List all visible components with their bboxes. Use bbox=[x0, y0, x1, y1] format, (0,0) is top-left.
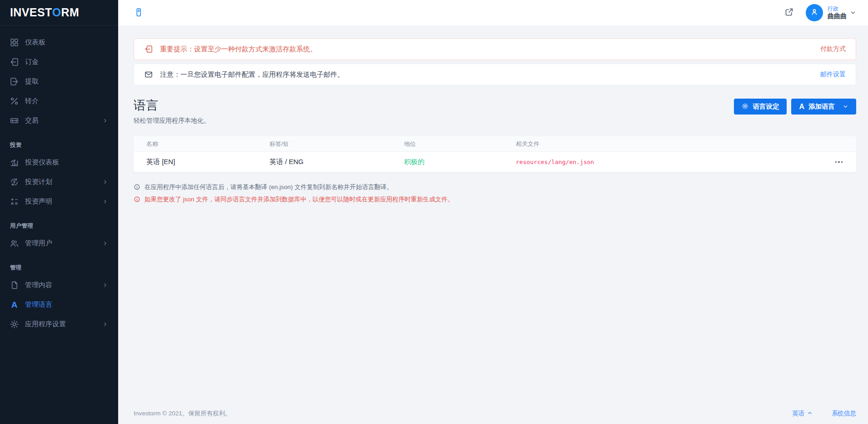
sidebar-item-app-settings[interactable]: 应用程序设置 bbox=[0, 314, 118, 334]
note-text: 如果您更改了 json 文件，请同步语言文件并添加到数据库中，以便您可以随时或在… bbox=[145, 195, 454, 204]
sidebar-item-referrals[interactable]: 转介 bbox=[0, 91, 118, 111]
deposit-alert-icon bbox=[144, 45, 153, 54]
add-language-button[interactable]: A 添加语言 bbox=[791, 99, 856, 115]
payment-methods-link[interactable]: 付款方式 bbox=[820, 45, 846, 53]
language-settings-button[interactable]: 语言设定 bbox=[734, 99, 787, 115]
table-header-file: 相关文件 bbox=[516, 140, 823, 148]
user-role: 行政 bbox=[828, 5, 847, 12]
note-item: 如果您更改了 json 文件，请同步语言文件并添加到数据库中，以便您可以随时或在… bbox=[134, 195, 856, 204]
info-circle-icon bbox=[134, 184, 140, 190]
alert-warning-text: 重要提示：设置至少一种付款方式来激活存款系统。 bbox=[160, 45, 317, 54]
language-name-cell: 英语 [EN] bbox=[146, 158, 269, 166]
brand-logo[interactable]: INVESTORM bbox=[0, 0, 118, 25]
footer-links: 英语 系统信息 bbox=[792, 409, 856, 418]
external-link-icon bbox=[784, 7, 794, 18]
email-settings-link[interactable]: 邮件设置 bbox=[820, 70, 846, 79]
note-text: 在应用程序中添加任何语言后，请将基本翻译 (en.json) 文件复制到新名称并… bbox=[145, 183, 393, 191]
dashboard-grid-icon bbox=[9, 37, 20, 48]
top-bar: 行政 曲曲曲 bbox=[118, 0, 868, 25]
investment-plan-icon: $ bbox=[9, 177, 20, 187]
user-icon bbox=[810, 7, 819, 18]
chevron-down-icon[interactable] bbox=[843, 104, 848, 110]
sidebar-item-manage-content[interactable]: 管理内容 bbox=[0, 275, 118, 295]
page-header: 语言 轻松管理应用程序本地化。 语言设定 A 添加语言 bbox=[134, 97, 856, 125]
mobile-view-button[interactable] bbox=[134, 7, 144, 19]
sidebar-item-transactions[interactable]: 交易 bbox=[0, 111, 118, 130]
sidebar-item-label: 订金 bbox=[25, 58, 39, 66]
table-header-status: 地位 bbox=[404, 140, 516, 148]
language-settings-label: 语言设定 bbox=[753, 102, 779, 111]
sidebar-nav: 仪表板 订金 提取 转介 bbox=[0, 25, 118, 334]
sidebar: INVESTORM 仪表板 订金 提取 bbox=[0, 0, 118, 424]
statement-icon bbox=[9, 196, 20, 207]
sidebar-item-label: 管理语言 bbox=[25, 300, 52, 309]
alert-payment-warning: 重要提示：设置至少一种付款方式来激活存款系统。 付款方式 bbox=[134, 38, 856, 60]
percent-icon bbox=[9, 96, 20, 106]
info-circle-icon bbox=[134, 196, 140, 203]
sidebar-item-label: 转介 bbox=[25, 97, 39, 105]
chevron-right-icon bbox=[102, 321, 108, 327]
table-row: 英语 [EN] 英语 / ENG 积极的 resources/lang/en.j… bbox=[134, 152, 856, 172]
withdraw-icon bbox=[9, 76, 20, 87]
sidebar-item-label: 提取 bbox=[25, 77, 39, 86]
sidebar-item-withdrawals[interactable]: 提取 bbox=[0, 72, 118, 91]
footer-language-label: 英语 bbox=[792, 409, 804, 418]
sidebar-item-investment-dashboard[interactable]: 投资仪表板 bbox=[0, 153, 118, 172]
page-actions: 语言设定 A 添加语言 bbox=[734, 99, 856, 115]
avatar[interactable] bbox=[806, 4, 823, 21]
footer-system-info-link[interactable]: 系统信息 bbox=[832, 409, 856, 418]
chevron-down-icon[interactable] bbox=[850, 10, 856, 16]
brand-text-o: O bbox=[52, 6, 61, 19]
deposit-icon bbox=[9, 57, 20, 67]
visit-site-button[interactable] bbox=[784, 7, 794, 18]
page-title: 语言 bbox=[134, 97, 210, 114]
mail-icon bbox=[144, 70, 153, 79]
sidebar-section-user-management: 用户管理 bbox=[0, 211, 118, 234]
language-file-cell: resources/lang/en.json bbox=[516, 159, 823, 165]
sidebar-item-label: 投资仪表板 bbox=[25, 158, 59, 167]
chart-icon bbox=[9, 157, 20, 168]
user-menu[interactable]: 行政 曲曲曲 bbox=[828, 5, 847, 20]
page-subtitle: 轻松管理应用程序本地化。 bbox=[134, 117, 210, 125]
sidebar-item-manage-users[interactable]: 管理用户 bbox=[0, 234, 118, 253]
sidebar-item-manage-language[interactable]: A 管理语言 bbox=[0, 295, 118, 314]
sidebar-item-deposits[interactable]: 订金 bbox=[0, 52, 118, 72]
chevron-up-icon bbox=[807, 410, 813, 417]
sidebar-item-label: 交易 bbox=[25, 116, 39, 125]
table-header-label: 标签/短 bbox=[269, 140, 404, 148]
chevron-right-icon bbox=[102, 240, 108, 246]
main-content: 重要提示：设置至少一种付款方式来激活存款系统。 付款方式 注意：一旦您设置电子邮… bbox=[118, 25, 868, 424]
chevron-right-icon bbox=[102, 282, 108, 288]
chevron-right-icon bbox=[102, 179, 108, 185]
sidebar-item-investment-plans[interactable]: $ 投资计划 bbox=[0, 172, 118, 192]
language-a-icon: A bbox=[9, 299, 20, 310]
users-icon bbox=[9, 238, 20, 249]
sidebar-item-label: 管理用户 bbox=[25, 239, 52, 248]
sidebar-item-label: 投资计划 bbox=[25, 178, 52, 186]
gear-icon bbox=[9, 319, 20, 329]
add-language-label: 添加语言 bbox=[808, 102, 835, 111]
notes-section: 在应用程序中添加任何语言后，请将基本翻译 (en.json) 文件复制到新名称并… bbox=[134, 183, 856, 204]
gear-icon bbox=[742, 103, 748, 111]
sidebar-item-label: 管理内容 bbox=[25, 281, 52, 289]
note-item: 在应用程序中添加任何语言后，请将基本翻译 (en.json) 文件复制到新名称并… bbox=[134, 183, 856, 191]
chevron-right-icon bbox=[102, 118, 108, 124]
brand-text-post: RM bbox=[61, 6, 80, 19]
sidebar-section-investment: 投资 bbox=[0, 130, 118, 153]
table-header-name: 名称 bbox=[146, 140, 269, 148]
language-label-cell: 英语 / ENG bbox=[269, 158, 404, 166]
app-root: INVESTORM 仪表板 订金 提取 bbox=[0, 0, 868, 424]
brand-text-pre: INVEST bbox=[10, 6, 52, 19]
footer-language-selector[interactable]: 英语 bbox=[792, 409, 813, 418]
sidebar-item-dashboard[interactable]: 仪表板 bbox=[0, 33, 118, 52]
sidebar-item-label: 仪表板 bbox=[25, 38, 45, 47]
row-actions-button[interactable] bbox=[834, 159, 844, 166]
languages-table: 名称 标签/短 地位 相关文件 英语 [EN] 英语 / ENG 积极的 res… bbox=[134, 136, 856, 172]
transactions-icon bbox=[9, 115, 20, 126]
content-file-icon bbox=[9, 280, 20, 290]
footer-copyright: Investorm © 2021。保留所有权利。 bbox=[134, 409, 231, 418]
sidebar-section-admin: 管理 bbox=[0, 253, 118, 275]
sidebar-item-investment-statements[interactable]: 投资声明 bbox=[0, 192, 118, 211]
sidebar-item-label: 应用程序设置 bbox=[25, 320, 66, 329]
alert-info-text: 注意：一旦您设置电子邮件配置，应用程序将发送电子邮件。 bbox=[160, 70, 344, 79]
